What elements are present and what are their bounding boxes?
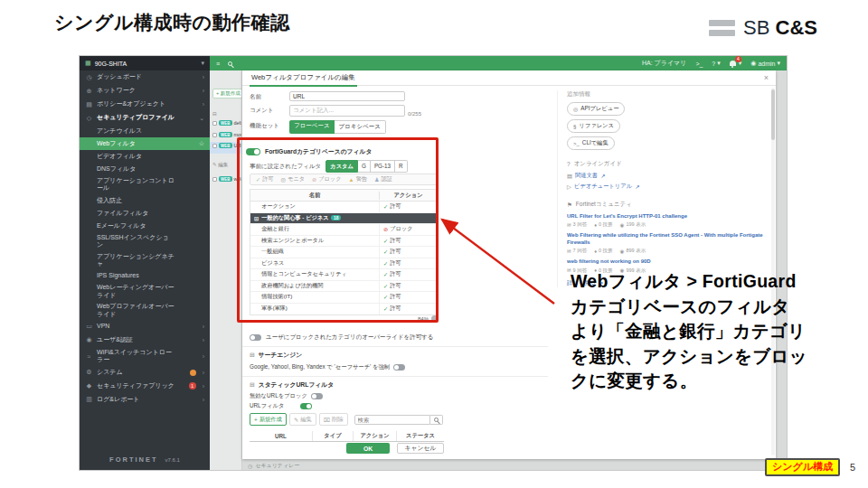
category-row[interactable]: 検索エンジンとポータル ✓許可 [250,236,437,248]
sidebar-item-videofilter[interactable]: ビデオフィルタ [80,150,210,163]
chevron-right-icon: › [203,337,204,343]
allow-action-button[interactable]: ✓許可 [256,175,274,183]
sidebar-item-dnsfilter[interactable]: DNSフィルタ [80,163,210,175]
category-table-header: 名前 アクション [250,190,437,202]
clock-icon: ◷ [248,463,252,469]
sidebar-item-wifi-switch[interactable]: ≈ WiFi&スイッチコントローラー › [80,347,210,366]
sidebar-item-ips[interactable]: 侵入防止 [80,194,210,207]
admin-menu[interactable]: ◉admin▾ [750,60,780,67]
sidebar-item-filefilter[interactable]: ファイルフィルタ [80,207,210,220]
monitor-action-button[interactable]: ◎モニタ [281,175,305,183]
auth-action-button[interactable]: ♟認証 [374,175,392,183]
sidebar-item-ssl-inspection[interactable]: SSL/SSHインスペクション [80,232,210,251]
list-item-selected[interactable]: WEBURL [212,143,242,148]
preset-g-button[interactable]: G [358,160,371,173]
list-item[interactable]: WEBwifi-def [212,176,242,182]
search-button[interactable] [430,415,443,425]
sidebar-item-emailfilter[interactable]: Eメールフィルタ [80,220,210,232]
device-selector[interactable]: ▦ 90G-SHITA ▾ [80,56,210,70]
checkbox[interactable] [212,177,217,182]
sidebar-item-network[interactable]: ⊕ ネットワーク › [80,84,210,98]
video-tutorial-link[interactable]: ▷ビデオチュートリアル↗ [567,183,770,191]
api-preview-button[interactable]: ◎APIプレビュー [567,102,625,116]
feature-flow-button[interactable]: フローベース [289,120,335,134]
sidebar-item-vpn[interactable]: ▭ VPN › [80,320,210,333]
close-icon[interactable]: × [764,74,769,82]
wifi-icon: ≈ [85,353,93,360]
list-item[interactable]: WEBmonitor- [212,132,242,137]
category-row[interactable]: オークション ✓許可 [250,202,437,213]
category-row[interactable]: 情報とコンピュータセキュリティ ✓許可 [250,269,437,281]
list-item[interactable]: WEBdefault [212,120,242,126]
community-post-link[interactable]: web filtering not working on 90D [567,258,770,266]
search-icon[interactable] [228,61,232,66]
edit-row[interactable]: ✎ 編集 [212,162,228,168]
cancel-button[interactable]: キャンセル [397,443,444,454]
comment-input[interactable] [289,105,405,117]
sidebar-item-appcontrol[interactable]: アプリケーションコントロール [80,175,210,194]
sidebar-item-web-profile-override[interactable]: Webプロファイルオーバーライド [80,301,210,320]
search-engine-section-header[interactable]: ⊟ サーチエンジン [250,351,302,360]
related-docs-link[interactable]: ▤関連文書↗ [567,172,770,180]
sidebar-item-antivirus[interactable]: アンチウイルス [80,125,210,137]
sidebar-item-security-profiles[interactable]: ◇ セキュリティプロファイル ⌄ [80,111,210,125]
block-invalid-url-toggle[interactable] [311,393,323,399]
cli-console-button[interactable]: >_ [695,61,703,67]
community-post-link[interactable]: Web Filtering while utilizing the Fortin… [567,232,770,247]
url-filter-search-input[interactable] [354,415,430,425]
url-filter-row: URLフィルタ [250,402,312,410]
static-url-section-header[interactable]: ⊟ スタティックURLフィルタ [250,380,334,389]
block-action-button[interactable]: ⊘ブロック [312,175,342,183]
sidebar-item-policy[interactable]: ▤ ポリシー&オブジェクト › [80,98,210,111]
feature-proxy-button[interactable]: プロキシベース [335,120,386,134]
name-label: 名前 [250,91,289,101]
sidebar-item-webfilter[interactable]: Webフィルタ ☆ [80,137,210,150]
sidebar-item-ips-signatures[interactable]: IPS Signatures [80,269,210,282]
new-profile-button[interactable]: + 新規作成 [212,89,242,99]
warn-action-button[interactable]: ▲警告 [349,175,368,183]
community-post: Web Filtering while utilizing the Fortin… [567,232,770,254]
fortiguard-toggle[interactable] [246,148,260,155]
category-row[interactable]: 一般組織 ✓許可 [250,247,437,258]
sidebar-item-system[interactable]: ⚙ システム › [80,366,210,380]
ok-button[interactable]: OK [346,443,390,454]
preset-r-button[interactable]: R [395,160,408,173]
category-row[interactable]: ビジネス ✓許可 [250,258,437,270]
community-post-link[interactable]: URL Filter for Let's Encrypt HTTP-01 cha… [567,213,770,221]
community-post: URL Filter for Let's Encrypt HTTP-01 cha… [567,213,770,228]
category-row[interactable]: 情報技術(IT) ✓許可 [250,292,437,304]
checkbox[interactable] [212,144,217,148]
category-group-row[interactable]: ⊡一般的な関心事 - ビジネス18 [250,213,437,225]
safe-search-toggle[interactable] [393,364,405,371]
collapse-all-icon[interactable]: ⊟ [212,111,217,117]
sidebar-item-dashboard[interactable]: ◷ ダッシュボード › [80,70,210,84]
feature-set-label: 機能セット [250,120,289,130]
notifications-button[interactable]: 4 ▾ [730,60,742,68]
create-new-button[interactable]: +新規作成 [250,413,287,426]
preset-filter-row: 事前に設定されたフィルタ カスタム G PG-13 R [250,160,408,173]
category-row-blocked[interactable]: 金融と銀行 ⊘ブロック [250,224,437,236]
preset-custom-button[interactable]: カスタム [326,160,358,173]
checkbox[interactable] [212,133,217,137]
help-menu[interactable]: ?▾ [712,60,720,67]
hamburger-icon[interactable]: ≡ [216,61,220,67]
name-input[interactable] [289,91,405,101]
delete-button[interactable]: ⌧削除 [319,413,348,426]
category-row[interactable]: 軍事(軍隊) ✓許可 [250,304,437,315]
url-filter-toggle[interactable] [300,403,312,409]
edit-in-cli-button[interactable]: >_CLIで編集 [567,136,615,150]
sidebar-item-log-report[interactable]: ▥ ログ&レポート › [80,393,210,407]
sidebar-item-security-fabric[interactable]: ◆ セキュリティファブリック 1 › [80,380,210,393]
preset-pg13-button[interactable]: PG-13 [371,160,395,173]
sidebar-item-web-rating-override[interactable]: Webレーティングオーバーライド [80,282,210,301]
divider [242,346,548,347]
category-row[interactable]: 政府機関および法的機関 ✓許可 [250,281,437,293]
checkbox[interactable] [212,121,217,126]
reference-button[interactable]: §リファレンス [567,119,620,133]
edit-button[interactable]: ✎編集 [289,413,316,426]
star-icon[interactable]: ☆ [199,140,204,147]
slide-title: シングル構成時の動作確認 [54,10,289,35]
sidebar-item-user-auth[interactable]: ◉ ユーザ&認証 › [80,333,210,347]
override-toggle[interactable] [250,334,261,341]
sidebar-item-app-signatures[interactable]: アプリケーションシグネチャ [80,251,210,270]
